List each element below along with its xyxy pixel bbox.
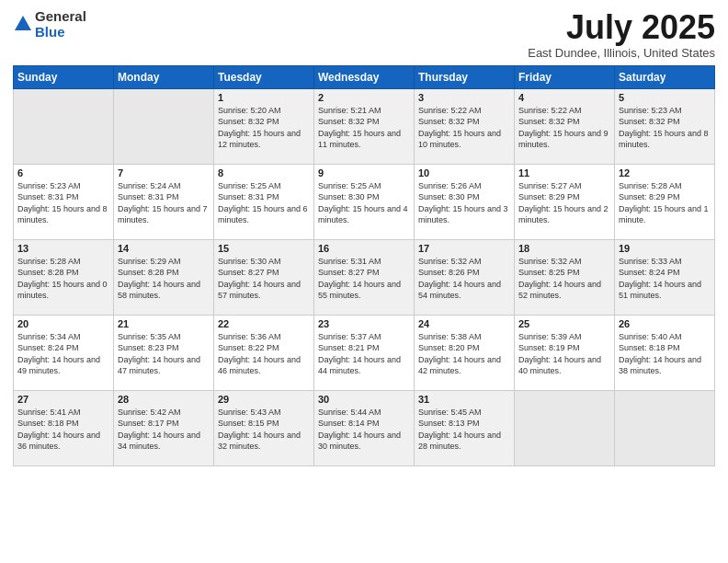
table-cell: 13Sunrise: 5:28 AM Sunset: 8:28 PM Dayli…	[14, 239, 114, 315]
calendar-header-row: Sunday Monday Tuesday Wednesday Thursday…	[14, 65, 715, 88]
day-info: Sunrise: 5:21 AM Sunset: 8:32 PM Dayligh…	[318, 105, 410, 151]
day-number: 8	[218, 167, 310, 178]
day-info: Sunrise: 5:32 AM Sunset: 8:26 PM Dayligh…	[418, 256, 510, 302]
table-cell: 7Sunrise: 5:24 AM Sunset: 8:31 PM Daylig…	[114, 164, 214, 239]
table-cell: 25Sunrise: 5:39 AM Sunset: 8:19 PM Dayli…	[515, 315, 615, 390]
day-info: Sunrise: 5:45 AM Sunset: 8:13 PM Dayligh…	[418, 407, 510, 453]
day-number: 27	[17, 394, 109, 405]
day-number: 14	[118, 243, 210, 254]
page: General Blue July 2025 East Dundee, Illi…	[0, 0, 728, 563]
table-cell	[515, 390, 615, 465]
day-number: 12	[619, 167, 711, 178]
day-info: Sunrise: 5:23 AM Sunset: 8:31 PM Dayligh…	[17, 180, 109, 226]
day-info: Sunrise: 5:37 AM Sunset: 8:21 PM Dayligh…	[318, 331, 410, 377]
table-cell: 5Sunrise: 5:23 AM Sunset: 8:32 PM Daylig…	[615, 88, 715, 164]
table-cell: 1Sunrise: 5:20 AM Sunset: 8:32 PM Daylig…	[214, 88, 314, 164]
day-number: 21	[118, 318, 210, 329]
table-cell: 29Sunrise: 5:43 AM Sunset: 8:15 PM Dayli…	[214, 390, 314, 465]
title-location: East Dundee, Illinois, United States	[528, 46, 715, 60]
day-info: Sunrise: 5:22 AM Sunset: 8:32 PM Dayligh…	[418, 105, 510, 151]
logo-icon	[13, 14, 33, 34]
day-info: Sunrise: 5:24 AM Sunset: 8:31 PM Dayligh…	[118, 180, 210, 226]
table-cell: 27Sunrise: 5:41 AM Sunset: 8:18 PM Dayli…	[14, 390, 114, 465]
logo: General Blue	[13, 9, 86, 40]
table-cell	[615, 390, 715, 465]
day-info: Sunrise: 5:38 AM Sunset: 8:20 PM Dayligh…	[418, 331, 510, 377]
day-info: Sunrise: 5:41 AM Sunset: 8:18 PM Dayligh…	[17, 407, 109, 453]
svg-rect-1	[20, 25, 26, 30]
day-info: Sunrise: 5:25 AM Sunset: 8:30 PM Dayligh…	[318, 180, 410, 226]
day-number: 30	[318, 394, 410, 405]
day-info: Sunrise: 5:22 AM Sunset: 8:32 PM Dayligh…	[518, 105, 610, 151]
table-cell: 15Sunrise: 5:30 AM Sunset: 8:27 PM Dayli…	[214, 239, 314, 315]
table-cell: 3Sunrise: 5:22 AM Sunset: 8:32 PM Daylig…	[415, 88, 515, 164]
day-number: 11	[518, 167, 610, 178]
day-number: 25	[518, 318, 610, 329]
table-cell: 20Sunrise: 5:34 AM Sunset: 8:24 PM Dayli…	[14, 315, 114, 390]
day-info: Sunrise: 5:32 AM Sunset: 8:25 PM Dayligh…	[518, 256, 610, 302]
calendar-row-3: 20Sunrise: 5:34 AM Sunset: 8:24 PM Dayli…	[14, 315, 715, 390]
day-info: Sunrise: 5:28 AM Sunset: 8:29 PM Dayligh…	[619, 180, 711, 226]
day-number: 5	[619, 92, 711, 103]
table-cell: 23Sunrise: 5:37 AM Sunset: 8:21 PM Dayli…	[314, 315, 415, 390]
day-number: 18	[518, 243, 610, 254]
day-number: 29	[218, 394, 310, 405]
day-info: Sunrise: 5:33 AM Sunset: 8:24 PM Dayligh…	[619, 256, 711, 302]
day-number: 23	[318, 318, 410, 329]
col-tuesday: Tuesday	[214, 65, 314, 88]
day-number: 15	[218, 243, 310, 254]
table-cell: 2Sunrise: 5:21 AM Sunset: 8:32 PM Daylig…	[314, 88, 415, 164]
col-thursday: Thursday	[415, 65, 515, 88]
calendar-row-1: 6Sunrise: 5:23 AM Sunset: 8:31 PM Daylig…	[14, 164, 715, 239]
day-info: Sunrise: 5:35 AM Sunset: 8:23 PM Dayligh…	[118, 331, 210, 377]
day-info: Sunrise: 5:40 AM Sunset: 8:18 PM Dayligh…	[619, 331, 711, 377]
day-number: 22	[218, 318, 310, 329]
table-cell: 21Sunrise: 5:35 AM Sunset: 8:23 PM Dayli…	[114, 315, 214, 390]
logo-text: General Blue	[35, 9, 86, 40]
calendar-table: Sunday Monday Tuesday Wednesday Thursday…	[13, 65, 715, 466]
day-number: 13	[17, 243, 109, 254]
table-cell: 24Sunrise: 5:38 AM Sunset: 8:20 PM Dayli…	[415, 315, 515, 390]
day-number: 7	[118, 167, 210, 178]
table-cell: 8Sunrise: 5:25 AM Sunset: 8:31 PM Daylig…	[214, 164, 314, 239]
day-info: Sunrise: 5:44 AM Sunset: 8:14 PM Dayligh…	[318, 407, 410, 453]
day-number: 3	[418, 92, 510, 103]
day-info: Sunrise: 5:26 AM Sunset: 8:30 PM Dayligh…	[418, 180, 510, 226]
table-cell	[14, 88, 114, 164]
table-cell: 26Sunrise: 5:40 AM Sunset: 8:18 PM Dayli…	[615, 315, 715, 390]
day-number: 17	[418, 243, 510, 254]
title-month: July 2025	[528, 9, 715, 46]
table-cell: 31Sunrise: 5:45 AM Sunset: 8:13 PM Dayli…	[415, 390, 515, 465]
day-number: 26	[619, 318, 711, 329]
day-number: 24	[418, 318, 510, 329]
day-info: Sunrise: 5:31 AM Sunset: 8:27 PM Dayligh…	[318, 256, 410, 302]
day-info: Sunrise: 5:27 AM Sunset: 8:29 PM Dayligh…	[518, 180, 610, 226]
calendar-row-2: 13Sunrise: 5:28 AM Sunset: 8:28 PM Dayli…	[14, 239, 715, 315]
day-number: 20	[17, 318, 109, 329]
table-cell: 14Sunrise: 5:29 AM Sunset: 8:28 PM Dayli…	[114, 239, 214, 315]
day-info: Sunrise: 5:28 AM Sunset: 8:28 PM Dayligh…	[17, 256, 109, 302]
day-info: Sunrise: 5:42 AM Sunset: 8:17 PM Dayligh…	[118, 407, 210, 453]
table-cell: 28Sunrise: 5:42 AM Sunset: 8:17 PM Dayli…	[114, 390, 214, 465]
table-cell: 19Sunrise: 5:33 AM Sunset: 8:24 PM Dayli…	[615, 239, 715, 315]
day-number: 10	[418, 167, 510, 178]
col-friday: Friday	[515, 65, 615, 88]
table-cell: 4Sunrise: 5:22 AM Sunset: 8:32 PM Daylig…	[515, 88, 615, 164]
day-number: 2	[318, 92, 410, 103]
day-info: Sunrise: 5:25 AM Sunset: 8:31 PM Dayligh…	[218, 180, 310, 226]
day-number: 31	[418, 394, 510, 405]
col-saturday: Saturday	[615, 65, 715, 88]
day-number: 4	[518, 92, 610, 103]
day-number: 9	[318, 167, 410, 178]
table-cell: 11Sunrise: 5:27 AM Sunset: 8:29 PM Dayli…	[515, 164, 615, 239]
day-number: 19	[619, 243, 711, 254]
day-info: Sunrise: 5:39 AM Sunset: 8:19 PM Dayligh…	[518, 331, 610, 377]
day-info: Sunrise: 5:20 AM Sunset: 8:32 PM Dayligh…	[218, 105, 310, 151]
table-cell: 18Sunrise: 5:32 AM Sunset: 8:25 PM Dayli…	[515, 239, 615, 315]
day-info: Sunrise: 5:29 AM Sunset: 8:28 PM Dayligh…	[118, 256, 210, 302]
logo-general: General	[35, 9, 86, 25]
day-info: Sunrise: 5:23 AM Sunset: 8:32 PM Dayligh…	[619, 105, 711, 151]
day-number: 6	[17, 167, 109, 178]
table-cell: 17Sunrise: 5:32 AM Sunset: 8:26 PM Dayli…	[415, 239, 515, 315]
table-cell: 30Sunrise: 5:44 AM Sunset: 8:14 PM Dayli…	[314, 390, 415, 465]
